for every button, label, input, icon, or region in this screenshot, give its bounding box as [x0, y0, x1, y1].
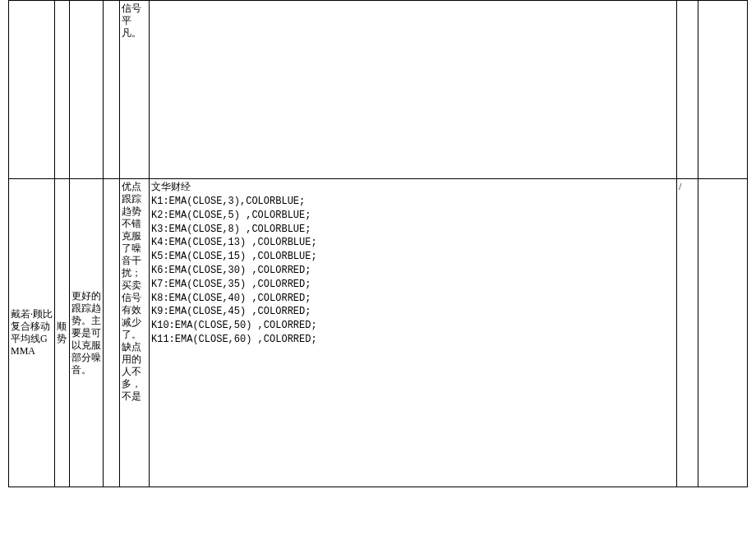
code-line: K6:EMA(CLOSE,30) ,COLORRED; [151, 264, 675, 278]
code-line: K7:EMA(CLOSE,35) ,COLORRED; [151, 278, 675, 292]
cell-r1-c1 [9, 1, 55, 179]
table-row: 戴若·顾比复合移动平均线GMMA 顺势 更好的跟踪趋势。主要是可以克服部分噪音。… [9, 179, 748, 487]
cell-r2-c6-code: 文华财经 K1:EMA(CLOSE,3),COLORBLUE;K2:EMA(CL… [150, 179, 677, 487]
cell-r2-c3: 更好的跟踪趋势。主要是可以克服部分噪音。 [70, 179, 104, 487]
code-listing: K1:EMA(CLOSE,3),COLORBLUE;K2:EMA(CLOSE,5… [151, 195, 675, 347]
cell-r1-c3 [70, 1, 104, 179]
cell-r2-c8 [698, 179, 748, 487]
table-row: 信号平凡。 [9, 1, 748, 179]
code-line: K11:EMA(CLOSE,60) ,COLORRED; [151, 333, 675, 347]
cell-r1-c5: 信号平凡。 [120, 1, 150, 179]
code-line: K10:EMA(CLOSE,50) ,COLORRED; [151, 319, 675, 333]
cell-r2-c2: 顺势 [55, 179, 70, 487]
code-line: K1:EMA(CLOSE,3),COLORBLUE; [151, 195, 675, 209]
code-line: K8:EMA(CLOSE,40) ,COLORRED; [151, 292, 675, 306]
document-page: 信号平凡。 戴若·顾比复合移动平均线GMMA 顺势 更好的跟踪趋势。主要是可以克… [0, 0, 756, 535]
cell-r2-c5: 优点跟踪趋势不错克服了噪音干扰；买卖信号有效减少了。 缺点用的人不多，不是 [120, 179, 150, 487]
code-line: K5:EMA(CLOSE,15) ,COLORBLUE; [151, 250, 675, 264]
code-title: 文华财经 [151, 181, 675, 193]
code-line: K4:EMA(CLOSE,13) ,COLORBLUE; [151, 236, 675, 250]
cell-r2-c7: / [677, 179, 698, 487]
cell-r1-c8 [698, 1, 748, 179]
code-line: K2:EMA(CLOSE,5) ,COLORBLUE; [151, 209, 675, 223]
code-line: K3:EMA(CLOSE,8) ,COLORBLUE; [151, 223, 675, 237]
cell-r1-c6 [150, 1, 677, 179]
cell-r2-c4 [104, 179, 120, 487]
cell-r1-c4 [104, 1, 120, 179]
cell-r1-c7 [677, 1, 698, 179]
cell-r2-c1-indicator-name: 戴若·顾比复合移动平均线GMMA [9, 179, 55, 487]
code-line: K9:EMA(CLOSE,45) ,COLORRED; [151, 305, 675, 319]
cell-r1-c2 [55, 1, 70, 179]
data-table: 信号平凡。 戴若·顾比复合移动平均线GMMA 顺势 更好的跟踪趋势。主要是可以克… [8, 0, 748, 487]
